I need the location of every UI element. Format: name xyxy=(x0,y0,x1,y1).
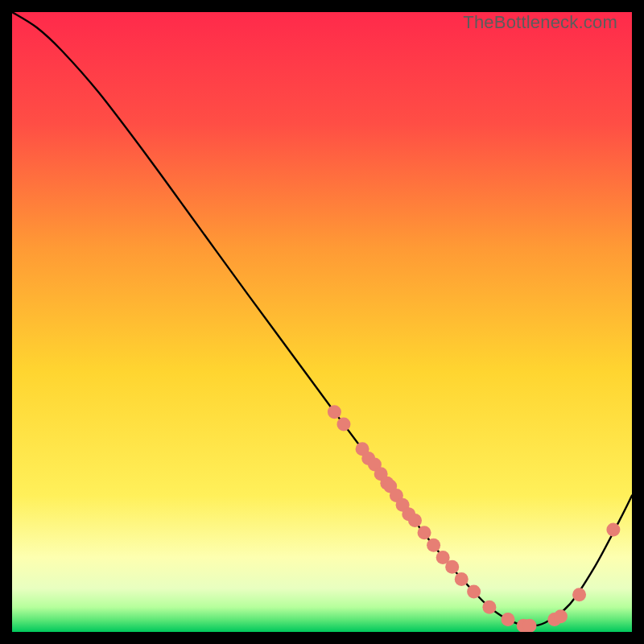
data-point xyxy=(467,584,481,598)
data-point xyxy=(572,588,586,601)
data-point xyxy=(328,405,341,419)
gradient-background xyxy=(12,12,632,632)
data-point xyxy=(427,539,440,552)
data-point xyxy=(445,560,459,574)
bottleneck-curve-plot xyxy=(12,12,632,632)
data-point xyxy=(408,514,422,527)
data-point xyxy=(522,619,536,632)
data-point xyxy=(482,601,496,614)
data-point xyxy=(554,609,568,623)
watermark-text: TheBottleneck.com xyxy=(463,12,617,33)
data-point xyxy=(455,572,469,586)
chart-frame: TheBottleneck.com xyxy=(12,12,632,632)
data-point xyxy=(336,418,350,431)
data-point xyxy=(418,526,431,539)
data-point xyxy=(606,522,620,536)
data-point xyxy=(502,613,515,626)
